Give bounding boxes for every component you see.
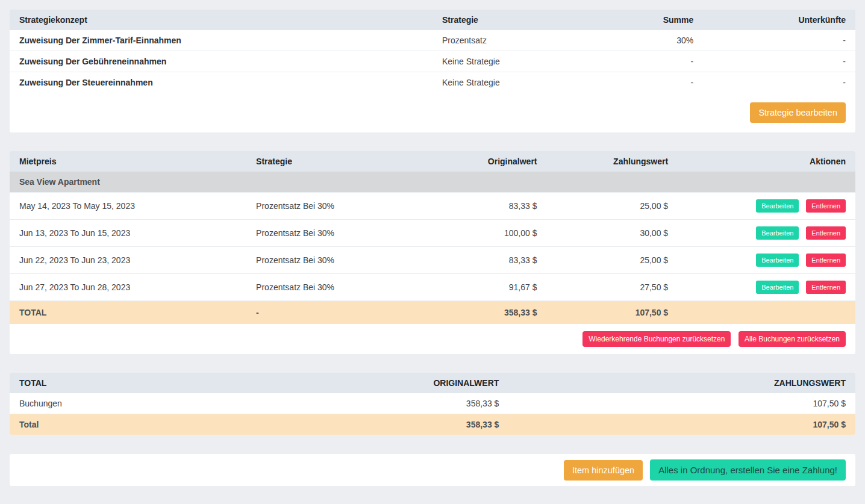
strategy-value: Prozentsatz bbox=[432, 30, 602, 51]
col-header-strategiekonzept: Strategiekonzept bbox=[10, 10, 432, 30]
total-actions-empty bbox=[678, 301, 855, 325]
col-header-zahlungswert: ZAHLUNGSWERT bbox=[508, 373, 855, 393]
strategy-sum: 30% bbox=[602, 30, 703, 51]
strategy-value: Keine Strategie bbox=[432, 72, 602, 93]
summary-bookings-row: Buchungen 358,33 $ 107,50 $ bbox=[10, 393, 855, 414]
rent-card-footer: Wiederkehrende Buchungen zurücksetzen Al… bbox=[10, 324, 855, 354]
rent-header-row: Mietpreis Strategie Originalwert Zahlung… bbox=[10, 151, 855, 172]
booking-actions: Bearbeiten Entfernen bbox=[678, 247, 855, 274]
booking-original-value: 83,33 $ bbox=[416, 247, 547, 274]
summary-total-payment: 107,50 $ bbox=[508, 414, 855, 435]
total-strategy: - bbox=[246, 301, 416, 325]
col-header-unterkuenfte: Unterkünfte bbox=[703, 10, 855, 30]
booking-strategy: Prozentsatz Bei 30% bbox=[246, 220, 416, 247]
col-header-strategie: Strategie bbox=[246, 151, 416, 172]
col-header-summe: Summe bbox=[602, 10, 703, 30]
strategy-accommodations: - bbox=[703, 51, 855, 72]
strategy-sum: - bbox=[602, 72, 703, 93]
col-header-zahlungswert: Zahlungswert bbox=[547, 151, 678, 172]
apartment-group-row: Sea View Apartment bbox=[10, 172, 855, 193]
summary-table: TOTAL ORIGINALWERT ZAHLUNGSWERT Buchunge… bbox=[10, 373, 855, 435]
strategy-accommodations: - bbox=[703, 30, 855, 51]
edit-booking-button[interactable]: Bearbeiten bbox=[756, 199, 799, 213]
col-header-mietpreis: Mietpreis bbox=[10, 151, 246, 172]
booking-original-value: 83,33 $ bbox=[416, 193, 547, 220]
reset-recurring-bookings-button[interactable]: Wiederkehrende Buchungen zurücksetzen bbox=[582, 331, 731, 347]
booking-original-value: 91,67 $ bbox=[416, 274, 547, 301]
strategy-concept-table: Strategiekonzept Strategie Summe Unterkü… bbox=[10, 10, 855, 93]
booking-strategy: Prozentsatz Bei 30% bbox=[246, 193, 416, 220]
strategy-row-room-rate: Zuweisung Der Zimmer-Tarif-Einnahmen Pro… bbox=[10, 30, 855, 51]
booking-strategy: Prozentsatz Bei 30% bbox=[246, 247, 416, 274]
create-payment-button[interactable]: Alles in Ordnung, erstellen Sie eine Zah… bbox=[650, 459, 846, 481]
summary-total-label: Total bbox=[10, 414, 263, 435]
rent-price-card: Mietpreis Strategie Originalwert Zahlung… bbox=[10, 151, 855, 354]
col-header-originalwert: Originalwert bbox=[416, 151, 547, 172]
booking-actions: Bearbeiten Entfernen bbox=[678, 193, 855, 220]
booking-actions: Bearbeiten Entfernen bbox=[678, 274, 855, 301]
remove-booking-button[interactable]: Entfernen bbox=[806, 281, 846, 294]
col-header-total: TOTAL bbox=[10, 373, 263, 393]
reset-all-bookings-button[interactable]: Alle Buchungen zurücksetzen bbox=[739, 331, 846, 347]
edit-strategy-button[interactable]: Strategie bearbeiten bbox=[750, 102, 846, 123]
total-payment-value: 107,50 $ bbox=[547, 301, 678, 325]
edit-booking-button[interactable]: Bearbeiten bbox=[756, 254, 799, 267]
booking-row: Jun 13, 2023 To Jun 15, 2023 Prozentsatz… bbox=[10, 220, 855, 247]
bookings-total-row: TOTAL - 358,33 $ 107,50 $ bbox=[10, 301, 855, 325]
booking-period: Jun 22, 2023 To Jun 23, 2023 bbox=[10, 247, 246, 274]
booking-row: Jun 22, 2023 To Jun 23, 2023 Prozentsatz… bbox=[10, 247, 855, 274]
strategy-concept-label: Zuweisung Der Steuereinnahmen bbox=[10, 72, 432, 93]
summary-total-row: Total 358,33 $ 107,50 $ bbox=[10, 414, 855, 435]
strategy-value: Keine Strategie bbox=[432, 51, 602, 72]
summary-payment-value: 107,50 $ bbox=[508, 393, 855, 414]
add-item-button[interactable]: Item hinzufügen bbox=[564, 460, 643, 481]
strategy-concept-card: Strategiekonzept Strategie Summe Unterkü… bbox=[10, 10, 855, 132]
strategy-header-row: Strategiekonzept Strategie Summe Unterkü… bbox=[10, 10, 855, 30]
apartment-group-label: Sea View Apartment bbox=[10, 172, 855, 193]
booking-payment-value: 25,00 $ bbox=[547, 247, 678, 274]
booking-payment-value: 25,00 $ bbox=[547, 193, 678, 220]
strategy-card-footer: Strategie bearbeiten bbox=[10, 93, 855, 132]
remove-booking-button[interactable]: Entfernen bbox=[806, 199, 846, 213]
booking-payment-value: 30,00 $ bbox=[547, 220, 678, 247]
summary-card: TOTAL ORIGINALWERT ZAHLUNGSWERT Buchunge… bbox=[10, 373, 855, 435]
booking-period: Jun 27, 2023 To Jun 28, 2023 bbox=[10, 274, 246, 301]
booking-payment-value: 27,50 $ bbox=[547, 274, 678, 301]
remove-booking-button[interactable]: Entfernen bbox=[806, 254, 846, 267]
booking-period: May 14, 2023 To May 15, 2023 bbox=[10, 193, 246, 220]
booking-actions: Bearbeiten Entfernen bbox=[678, 220, 855, 247]
strategy-concept-label: Zuweisung Der Zimmer-Tarif-Einnahmen bbox=[10, 30, 432, 51]
summary-total-original: 358,33 $ bbox=[263, 414, 508, 435]
summary-original-value: 358,33 $ bbox=[263, 393, 508, 414]
strategy-sum: - bbox=[602, 51, 703, 72]
summary-header-row: TOTAL ORIGINALWERT ZAHLUNGSWERT bbox=[10, 373, 855, 393]
booking-period: Jun 13, 2023 To Jun 15, 2023 bbox=[10, 220, 246, 247]
col-header-aktionen: Aktionen bbox=[678, 151, 855, 172]
col-header-strategie: Strategie bbox=[432, 10, 602, 30]
col-header-originalwert: ORIGINALWERT bbox=[263, 373, 508, 393]
final-action-card: Item hinzufügen Alles in Ordnung, erstel… bbox=[10, 454, 855, 486]
strategy-accommodations: - bbox=[703, 72, 855, 93]
booking-row: May 14, 2023 To May 15, 2023 Prozentsatz… bbox=[10, 193, 855, 220]
strategy-row-fees: Zuweisung Der Gebühreneinnahmen Keine St… bbox=[10, 51, 855, 72]
remove-booking-button[interactable]: Entfernen bbox=[806, 226, 846, 240]
summary-row-label: Buchungen bbox=[10, 393, 263, 414]
rent-price-table: Mietpreis Strategie Originalwert Zahlung… bbox=[10, 151, 855, 324]
edit-booking-button[interactable]: Bearbeiten bbox=[756, 281, 799, 294]
final-action-bar: Item hinzufügen Alles in Ordnung, erstel… bbox=[10, 454, 855, 486]
booking-row: Jun 27, 2023 To Jun 28, 2023 Prozentsatz… bbox=[10, 274, 855, 301]
strategy-concept-label: Zuweisung Der Gebühreneinnahmen bbox=[10, 51, 432, 72]
total-label: TOTAL bbox=[10, 301, 246, 325]
strategy-row-taxes: Zuweisung Der Steuereinnahmen Keine Stra… bbox=[10, 72, 855, 93]
edit-booking-button[interactable]: Bearbeiten bbox=[756, 226, 799, 240]
booking-strategy: Prozentsatz Bei 30% bbox=[246, 274, 416, 301]
total-original-value: 358,33 $ bbox=[416, 301, 547, 325]
booking-original-value: 100,00 $ bbox=[416, 220, 547, 247]
